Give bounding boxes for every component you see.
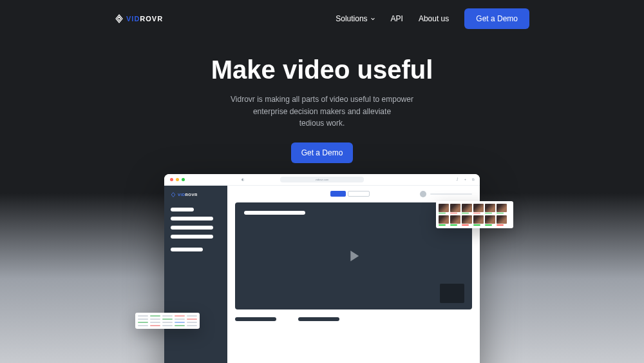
hero-subtitle: Vidrovr is making all parts of video use… <box>0 93 644 130</box>
share-icon: ⤴ <box>457 177 459 182</box>
main-nav: Solutions API About us Get a Demo <box>336 8 529 29</box>
plus-icon: + <box>464 177 466 182</box>
timeline-segment[interactable] <box>298 317 339 321</box>
video-title-placeholder <box>244 211 305 215</box>
toolbar <box>235 191 472 197</box>
play-icon <box>345 247 363 265</box>
timeline-segments <box>235 317 472 321</box>
slider-handle-icon <box>420 191 426 197</box>
thumbnail-item[interactable] <box>485 204 495 214</box>
floating-data-panel <box>135 313 200 329</box>
app-sidebar: VIDROVR ? Help <box>164 186 227 363</box>
chevron-down-icon <box>370 16 375 21</box>
thumbnail-item[interactable] <box>439 215 449 226</box>
sidebar-item[interactable] <box>171 217 213 221</box>
thumbnail-item[interactable] <box>497 215 507 226</box>
browser-body: VIDROVR ? Help <box>164 186 480 363</box>
toolbar-slider[interactable] <box>420 191 472 197</box>
toolbar-filter-active[interactable] <box>330 191 346 197</box>
sidebar-item[interactable] <box>171 248 203 251</box>
thumbnail-item[interactable] <box>450 215 460 226</box>
sidebar-items <box>171 208 221 251</box>
thumbnail-item[interactable] <box>473 204 484 214</box>
sidebar-item[interactable] <box>171 208 194 211</box>
hero-section: Make video useful Vidrovr is making all … <box>0 37 644 163</box>
nav-solutions-label: Solutions <box>336 14 367 23</box>
thumbnail-item[interactable] <box>473 215 484 226</box>
sidebar-logo: VIDROVR <box>171 192 221 197</box>
browser-window: ◐ vidrovr.com ⤴ + ⧉ VIDROVR <box>164 174 480 363</box>
thumbnail-item[interactable] <box>497 204 507 214</box>
traffic-maximize-icon <box>182 178 185 181</box>
traffic-minimize-icon <box>176 178 179 181</box>
thumbnail-item[interactable] <box>462 204 472 214</box>
browser-actions: ⤴ + ⧉ <box>457 177 475 182</box>
nav-cta-button[interactable]: Get a Demo <box>464 8 529 29</box>
hero-title: Make video useful <box>0 55 644 84</box>
sidebar-item[interactable] <box>171 226 213 230</box>
logo[interactable]: VIDROVR <box>115 14 163 23</box>
tabs-icon: ⧉ <box>472 177 475 182</box>
thumbnail-item[interactable] <box>485 215 495 226</box>
nav-api[interactable]: API <box>391 14 403 23</box>
thumbnail-item[interactable] <box>439 204 449 214</box>
video-pip-thumbnail <box>440 284 464 303</box>
nav-solutions[interactable]: Solutions <box>336 14 375 23</box>
logo-icon <box>115 14 124 23</box>
nav-about[interactable]: About us <box>419 14 449 23</box>
toolbar-filter[interactable] <box>348 191 370 197</box>
floating-thumbnail-panel <box>436 201 513 228</box>
site-header: VIDROVR Solutions API About us Get a Dem… <box>0 0 644 37</box>
logo-text-rovr: ROVR <box>140 15 163 23</box>
product-mockup: ◐ vidrovr.com ⤴ + ⧉ VIDROVR <box>164 174 480 363</box>
sidebar-logo-icon <box>171 192 176 197</box>
hero-cta-button[interactable]: Get a Demo <box>291 142 354 163</box>
logo-text-vid: VID <box>126 15 140 23</box>
sidebar-item[interactable] <box>171 235 213 239</box>
browser-chrome: ◐ vidrovr.com ⤴ + ⧉ <box>164 174 480 186</box>
thumbnail-item[interactable] <box>450 204 460 214</box>
shield-icon: ◐ <box>242 177 245 181</box>
url-bar: vidrovr.com <box>280 177 364 182</box>
thumbnail-item[interactable] <box>462 215 472 226</box>
slider-track <box>430 193 472 195</box>
traffic-close-icon <box>170 178 173 181</box>
timeline-segment[interactable] <box>235 317 276 321</box>
